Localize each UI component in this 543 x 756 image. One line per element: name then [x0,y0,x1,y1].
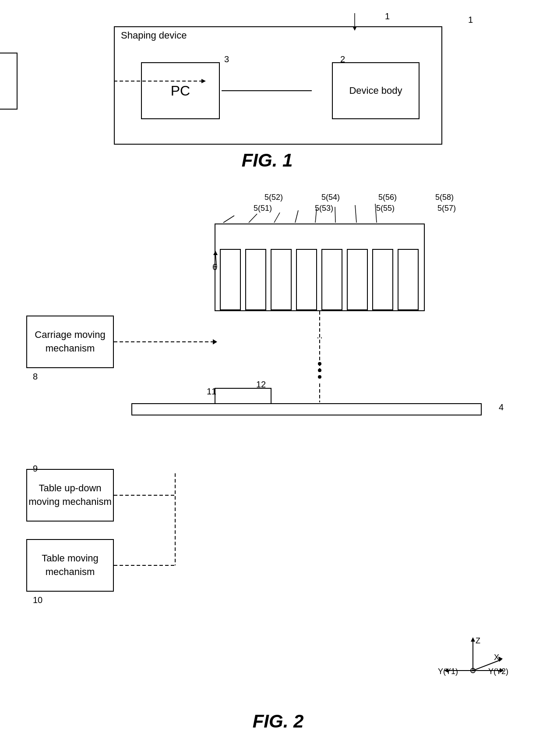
table-updown-box: Table up-down moving mechanism [26,469,114,522]
nozzle-label-53: 5(53) [315,204,333,213]
nozzle-label-52: 5(52) [264,193,283,202]
nozzle-col-8 [398,249,419,310]
label-11-fig2-ref: 11 [207,387,216,397]
svg-marker-4 [353,26,357,31]
label-4-ref: 4 [499,402,504,412]
nozzle-label-54: 5(54) [321,193,340,202]
table-moving-label: Table moving mechanism [27,552,113,579]
svg-line-28 [249,214,257,223]
svg-point-22 [318,375,321,379]
svg-marker-2 [201,79,206,83]
electronic-balance-box: Electronic balance [0,53,18,110]
nozzle-label-55: 5(55) [376,204,395,213]
fig2-area: 5(52) 5(54) 5(56) 5(58) 5(51) 5(53) 5(55… [26,188,530,736]
coord-svg [438,635,508,692]
z-axis-label: Z [476,636,480,646]
object-box [215,388,272,405]
nozzle-label-51: 5(51) [254,204,272,213]
nozzle-label-56: 5(56) [378,193,397,202]
svg-marker-16 [213,339,217,344]
nozzle-label-57: 5(57) [437,204,456,213]
nozzle-labels-row2: 5(51) 5(53) 5(55) 5(57) [232,204,477,213]
table-updown-label: Table up-down moving mechanism [27,482,113,509]
svg-point-14 [472,670,474,671]
y2-axis-label: Y(Y2) [488,667,508,676]
nozzle-col-2 [245,249,266,310]
table-bar [131,403,482,415]
label-12-ref: 12 [256,380,266,390]
nozzle-col-3 [271,249,292,310]
label-9-ref: 9 [33,464,38,474]
fig1-area: 1 Shaping device 3 PC 2 Device body [26,9,508,175]
electronic-balance-label: Electronic balance [0,67,17,95]
nozzle-labels-row1: 5(52) 5(54) 5(56) 5(58) [245,193,473,202]
nozzle-label-58: 5(58) [435,193,454,202]
nozzle-col-7 [372,249,393,310]
nozzle-col-1 [220,249,241,310]
label-6-ref: 6 [212,262,217,272]
svg-marker-6 [471,637,475,642]
carriage-moving-box: Carriage moving mechanism [26,316,114,368]
label-8-ref: 8 [33,372,38,382]
svg-point-20 [318,362,321,366]
x-axis-label: X [494,653,499,662]
table-moving-box: Table moving mechanism [26,539,114,592]
fig1-label: FIG. 1 [242,150,293,171]
label-10-ref: 10 [33,595,42,605]
coordinate-system: Z X Y(Y1) Y(Y2) [438,635,508,692]
svg-point-21 [318,369,321,372]
nozzle-col-6 [347,249,368,310]
carriage-nozzle-block [215,224,425,311]
svg-line-29 [274,213,280,223]
nozzle-col-4 [296,249,317,310]
nozzle-col-5 [321,249,342,310]
svg-line-27 [223,216,234,223]
y1-axis-label: Y(Y1) [438,667,458,676]
diagram-container: 1 Shaping device 3 PC 2 Device body [0,0,543,756]
carriage-moving-label: Carriage moving mechanism [27,328,113,355]
fig2-label: FIG. 2 [253,711,304,732]
